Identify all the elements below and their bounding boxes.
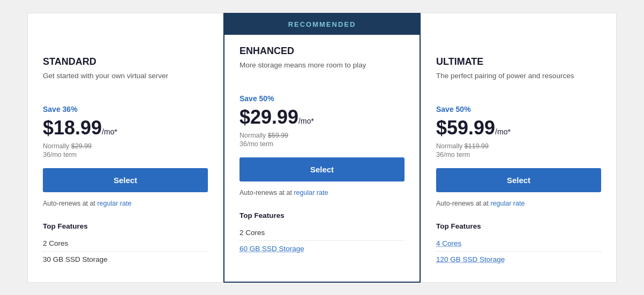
feature-item-standard-0: 2 Cores (43, 236, 208, 252)
select-button-ultimate[interactable]: Select (436, 168, 601, 192)
pricing-container: STANDARD Get started with your own virtu… (27, 13, 617, 283)
save-badge-standard: Save 36% (43, 105, 208, 114)
price-normal-ultimate: Normally $119.99 (436, 142, 601, 150)
plan-card-ultimate: ULTIMATE The perfect pairing of power an… (421, 13, 617, 283)
price-row-standard: $18.99 /mo* (43, 117, 208, 139)
price-term-ultimate: 36/mo term (436, 151, 601, 158)
regular-rate-link-ultimate[interactable]: regular rate (490, 200, 525, 207)
price-amount-enhanced: $29.99 (239, 106, 298, 128)
save-badge-enhanced: Save 50% (239, 94, 405, 103)
feature-link-ultimate-1[interactable]: 120 GB SSD Storage (436, 255, 505, 263)
price-row-ultimate: $59.99 /mo* (436, 117, 601, 139)
price-amount-ultimate: $59.99 (436, 117, 495, 139)
recommended-badge: RECOMMENDED (224, 14, 420, 35)
auto-renew-ultimate: Auto-renews at at regular rate (436, 200, 601, 207)
plan-desc-enhanced: More storage means more room to play (239, 60, 405, 82)
price-term-standard: 36/mo term (43, 151, 208, 158)
auto-renew-enhanced: Auto-renews at at regular rate (239, 189, 405, 196)
top-features-label-ultimate: Top Features (436, 222, 601, 230)
price-row-enhanced: $29.99 /mo* (239, 106, 405, 128)
price-normal-enhanced: Normally $59.99 (239, 132, 405, 139)
feature-item-standard-1: 30 GB SSD Storage (43, 252, 208, 267)
feature-item-enhanced-0: 2 Cores (239, 225, 405, 241)
auto-renew-standard: Auto-renews at at regular rate (43, 200, 208, 207)
top-features-label-enhanced: Top Features (239, 211, 405, 220)
feature-item-ultimate-0: 4 Cores (436, 236, 601, 252)
feature-item-ultimate-1: 120 GB SSD Storage (436, 252, 601, 267)
plan-card-standard: STANDARD Get started with your own virtu… (27, 13, 223, 283)
plan-name-ultimate: ULTIMATE (436, 56, 601, 67)
regular-rate-link-standard[interactable]: regular rate (97, 200, 131, 207)
plan-card-enhanced: RECOMMENDED ENHANCED More storage means … (223, 13, 421, 283)
save-badge-ultimate: Save 50% (436, 105, 601, 114)
plan-name-enhanced: ENHANCED (239, 46, 405, 57)
plan-desc-ultimate: The perfect pairing of power and resourc… (436, 71, 601, 93)
price-amount-standard: $18.99 (43, 117, 102, 139)
plan-name-standard: STANDARD (43, 56, 208, 67)
price-period-standard: /mo* (102, 127, 117, 136)
feature-link-enhanced-1[interactable]: 60 GB SSD Storage (239, 245, 304, 253)
price-period-ultimate: /mo* (495, 127, 511, 136)
price-normal-standard: Normally $29.99 (43, 142, 208, 150)
regular-rate-link-enhanced[interactable]: regular rate (294, 189, 328, 196)
price-term-enhanced: 36/mo term (239, 140, 405, 148)
select-button-standard[interactable]: Select (43, 168, 208, 192)
plan-desc-standard: Get started with your own virtual server (43, 71, 208, 93)
feature-item-enhanced-1: 60 GB SSD Storage (239, 241, 405, 256)
price-period-enhanced: /mo* (298, 117, 314, 125)
top-features-label-standard: Top Features (43, 222, 208, 230)
feature-link-ultimate-0[interactable]: 4 Cores (436, 239, 461, 247)
select-button-enhanced[interactable]: Select (239, 157, 405, 181)
